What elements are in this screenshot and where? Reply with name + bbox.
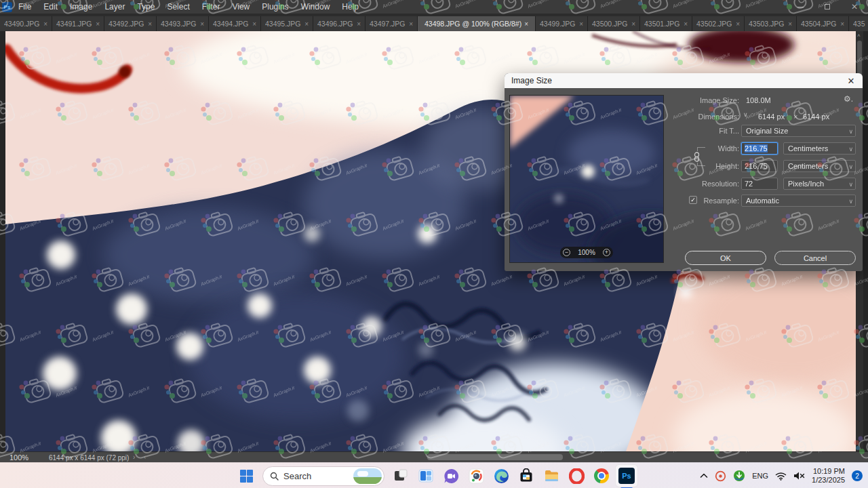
search-highlight-image[interactable] bbox=[353, 468, 382, 484]
document-tab[interactable]: 43504.JPG × bbox=[797, 16, 849, 31]
taskbar-app-photoshop-active[interactable]: Ps bbox=[618, 467, 635, 485]
window-minimize-button[interactable] bbox=[787, 0, 814, 14]
tab-close-icon[interactable]: × bbox=[840, 20, 844, 28]
document-tab[interactable]: 43496.JPG × bbox=[313, 16, 366, 31]
tab-close-icon[interactable]: × bbox=[200, 20, 204, 28]
start-button[interactable] bbox=[237, 467, 255, 485]
taskbar-app-chrome[interactable] bbox=[593, 467, 610, 485]
menu-select[interactable]: Select bbox=[161, 0, 195, 14]
dimensions-chevron-icon[interactable]: ∨ bbox=[743, 111, 748, 118]
tab-close-icon[interactable]: × bbox=[409, 20, 413, 28]
menu-window[interactable]: Window bbox=[295, 0, 336, 14]
tab-close-icon[interactable]: × bbox=[631, 20, 635, 28]
image-size-dialog: Image Size ✕ − 100% + Image Size: 108.0M… bbox=[505, 73, 863, 271]
taskbar-app-dark-squares[interactable] bbox=[392, 467, 410, 485]
window-maximize-button[interactable] bbox=[814, 0, 841, 14]
taskbar-app-store[interactable] bbox=[517, 467, 535, 485]
tray-chevron-up-icon[interactable] bbox=[700, 473, 708, 479]
tray-idm-icon[interactable] bbox=[733, 470, 745, 482]
menu-file[interactable]: File bbox=[12, 0, 37, 14]
document-tab[interactable]: 43499.JPG × bbox=[536, 16, 588, 31]
zoom-out-icon[interactable]: − bbox=[563, 249, 570, 256]
document-tab-overflow[interactable]: 435 bbox=[849, 16, 868, 31]
taskbar-app-edge[interactable] bbox=[492, 467, 510, 485]
cancel-button[interactable]: Cancel bbox=[774, 251, 856, 265]
fit-to-label: Fit T... bbox=[667, 125, 739, 137]
document-tab[interactable]: 43494.JPG × bbox=[209, 16, 261, 31]
zoom-in-icon[interactable]: + bbox=[603, 249, 610, 256]
taskbar-app-blue-panels[interactable] bbox=[417, 467, 435, 485]
resolution-unit-dropdown[interactable]: Pixels/Inch ∨ bbox=[783, 178, 856, 190]
taskbar-app-lens[interactable] bbox=[467, 467, 485, 485]
resolution-label: Resolution: bbox=[667, 178, 739, 190]
tab-close-icon[interactable]: × bbox=[252, 20, 256, 28]
taskbar-app-chat[interactable] bbox=[442, 467, 460, 485]
taskbar-search[interactable]: Search bbox=[262, 466, 384, 486]
tab-close-icon[interactable]: × bbox=[524, 20, 528, 28]
clock-time: 10:19 PM bbox=[812, 467, 845, 476]
document-tab[interactable]: 43497.JPG × bbox=[366, 16, 418, 31]
height-unit-dropdown[interactable]: Centimeters ∨ bbox=[783, 160, 856, 172]
link-dimensions-icon[interactable] bbox=[692, 151, 702, 163]
document-tab[interactable]: 43495.JPG × bbox=[261, 16, 313, 31]
wifi-icon[interactable] bbox=[775, 472, 787, 481]
menu-filter[interactable]: Filter bbox=[196, 0, 226, 14]
taskbar-app-opera[interactable] bbox=[568, 467, 585, 485]
document-tab[interactable]: 43490.JPG × bbox=[0, 16, 52, 31]
horizontal-scroll-thumb[interactable] bbox=[427, 454, 563, 460]
document-tab[interactable]: 43498.JPG @ 100% (RGB/8#) × bbox=[418, 16, 536, 31]
tab-close-icon[interactable]: × bbox=[788, 20, 792, 28]
minimize-icon bbox=[797, 7, 804, 7]
gear-icon[interactable]: ⚙. bbox=[844, 94, 853, 104]
tab-close-icon[interactable]: × bbox=[304, 20, 309, 28]
size-preview[interactable]: − 100% + bbox=[509, 95, 664, 263]
chevron-down-icon: ∨ bbox=[848, 179, 853, 190]
fit-to-dropdown[interactable]: Original Size ∨ bbox=[741, 125, 856, 137]
fit-to-value: Original Size bbox=[746, 127, 788, 135]
resample-checkbox[interactable]: ✓ bbox=[689, 196, 697, 204]
dimensions-label: Dimensions: bbox=[667, 110, 739, 123]
menu-image[interactable]: Image bbox=[64, 0, 98, 14]
menu-help[interactable]: Help bbox=[336, 0, 365, 14]
language-indicator[interactable]: ENG bbox=[752, 472, 768, 480]
height-input[interactable]: 216.75 bbox=[741, 160, 778, 172]
ok-button[interactable]: OK bbox=[685, 251, 766, 265]
document-tab[interactable]: 43500.JPG × bbox=[588, 16, 640, 31]
tab-close-icon[interactable]: × bbox=[684, 20, 688, 28]
document-tab[interactable]: 43501.JPG × bbox=[640, 16, 692, 31]
taskbar-clock[interactable]: 10:19 PM 1/23/2025 bbox=[812, 467, 845, 485]
width-input[interactable]: 216.75 bbox=[741, 142, 778, 155]
menu-bar: Ps File Edit Image Layer Type Select Fil… bbox=[0, 0, 868, 14]
scroll-up-icon[interactable]: ˄ bbox=[857, 33, 861, 39]
menu-view[interactable]: View bbox=[226, 0, 256, 14]
taskbar-app-file-explorer[interactable] bbox=[542, 467, 560, 485]
tab-close-icon[interactable]: × bbox=[148, 20, 152, 28]
tab-close-icon[interactable]: × bbox=[96, 20, 100, 28]
resolution-input[interactable]: 72 bbox=[741, 178, 778, 190]
document-tab[interactable]: 43493.JPG × bbox=[157, 16, 209, 31]
volume-muted-icon[interactable] bbox=[793, 471, 805, 481]
document-tab[interactable]: 43502.JPG × bbox=[692, 16, 745, 31]
tab-close-icon[interactable]: × bbox=[579, 20, 583, 28]
resample-dropdown[interactable]: Automatic ∨ bbox=[741, 195, 856, 207]
tab-label: 43500.JPG bbox=[592, 20, 629, 28]
menu-type[interactable]: Type bbox=[131, 0, 161, 14]
tray-red-target-icon[interactable] bbox=[715, 470, 726, 482]
notification-count-badge[interactable]: 2 bbox=[852, 470, 863, 481]
dialog-title-bar[interactable]: Image Size ✕ bbox=[505, 73, 863, 88]
menu-plugins[interactable]: Plugins bbox=[256, 0, 294, 14]
menu-layer[interactable]: Layer bbox=[98, 0, 131, 14]
width-unit-dropdown[interactable]: Centimeters ∨ bbox=[783, 142, 856, 155]
window-close-button[interactable]: ✕ bbox=[841, 0, 868, 14]
menu-edit[interactable]: Edit bbox=[37, 0, 64, 14]
document-tab[interactable]: 43491.JPG × bbox=[52, 16, 104, 31]
dialog-close-button[interactable]: ✕ bbox=[844, 73, 859, 88]
tab-close-icon[interactable]: × bbox=[43, 20, 47, 28]
status-zoom-level[interactable]: 100% bbox=[9, 453, 28, 462]
document-tab[interactable]: 43492.JPG × bbox=[104, 16, 157, 31]
tab-close-icon[interactable]: × bbox=[736, 20, 740, 28]
status-chevron-right-icon[interactable]: › bbox=[133, 453, 135, 461]
maximize-icon bbox=[825, 4, 830, 9]
tab-close-icon[interactable]: × bbox=[357, 20, 361, 28]
document-tab[interactable]: 43503.JPG × bbox=[745, 16, 797, 31]
